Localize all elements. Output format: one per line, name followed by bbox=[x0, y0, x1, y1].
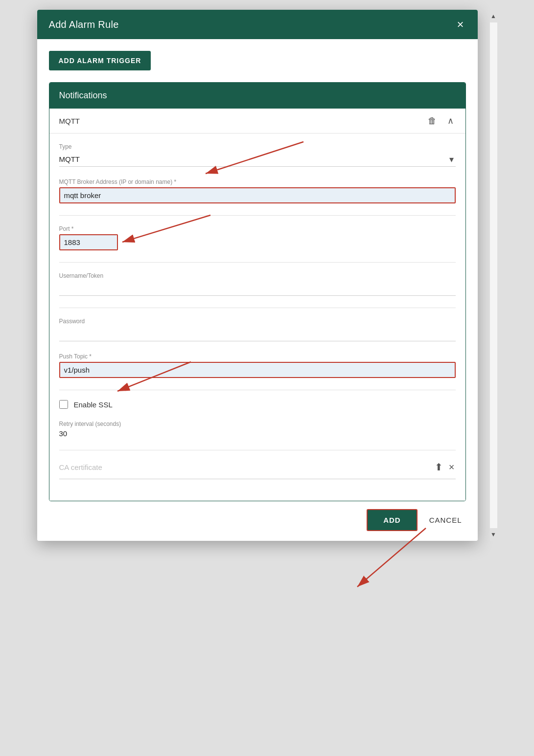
username-group: Username/Token bbox=[59, 272, 456, 296]
ca-actions: ⬆ × bbox=[434, 460, 456, 474]
retry-value: 30 bbox=[59, 429, 68, 438]
close-small-icon: × bbox=[449, 462, 455, 472]
cancel-button[interactable]: CANCEL bbox=[425, 510, 466, 530]
scroll-up-button[interactable]: ▲ bbox=[490, 10, 497, 22]
password-input[interactable] bbox=[59, 327, 456, 341]
modal-footer: ADD CANCEL bbox=[37, 501, 478, 541]
broker-label: MQTT Broker Address (IP or domain name) bbox=[59, 178, 456, 185]
upload-icon: ⬆ bbox=[435, 462, 443, 472]
port-input[interactable] bbox=[59, 234, 118, 250]
add-alarm-trigger-button[interactable]: ADD ALARM TRIGGER bbox=[49, 51, 151, 70]
username-label: Username/Token bbox=[59, 272, 456, 279]
modal-close-button[interactable]: × bbox=[455, 19, 465, 30]
chevron-up-icon: ∧ bbox=[447, 116, 454, 126]
username-input[interactable] bbox=[59, 281, 456, 296]
collapse-mqtt-button[interactable]: ∧ bbox=[445, 115, 456, 126]
modal-body: ADD ALARM TRIGGER Notifications MQTT 🗑 ∧ bbox=[37, 39, 478, 501]
form-section: Type MQTT ▾ MQTT Broker Address (IP or d… bbox=[49, 133, 465, 501]
delete-mqtt-button[interactable]: 🗑 bbox=[426, 115, 439, 126]
type-label: Type bbox=[59, 143, 456, 150]
type-group: Type MQTT ▾ bbox=[59, 143, 456, 167]
scroll-down-button[interactable]: ▼ bbox=[490, 528, 497, 541]
notifications-header: Notifications bbox=[49, 83, 465, 109]
type-select-wrapper: MQTT ▾ bbox=[59, 152, 456, 167]
port-label: Port bbox=[59, 225, 456, 232]
upload-ca-button[interactable]: ⬆ bbox=[434, 460, 444, 474]
password-group: Password bbox=[59, 318, 456, 341]
ca-certificate-group: CA certificate ⬆ × bbox=[59, 460, 456, 479]
trash-icon: 🗑 bbox=[428, 116, 437, 126]
broker-address-group: MQTT Broker Address (IP or domain name) bbox=[59, 178, 456, 203]
modal-header: Add Alarm Rule × bbox=[37, 10, 478, 39]
push-topic-group: Push Topic bbox=[59, 353, 456, 378]
broker-address-input[interactable] bbox=[59, 187, 456, 203]
ca-label: CA certificate bbox=[59, 463, 102, 471]
mqtt-actions: 🗑 ∧ bbox=[426, 115, 456, 126]
password-label: Password bbox=[59, 318, 456, 325]
add-button[interactable]: ADD bbox=[367, 509, 418, 531]
mqtt-label: MQTT bbox=[59, 117, 80, 125]
enable-ssl-label: Enable SSL bbox=[74, 400, 113, 409]
push-topic-label: Push Topic bbox=[59, 353, 456, 360]
retry-label: Retry interval (seconds) bbox=[59, 421, 456, 427]
type-select[interactable]: MQTT bbox=[59, 152, 456, 167]
retry-group: Retry interval (seconds) 30 bbox=[59, 421, 456, 438]
scrollbar[interactable]: ▲ ▼ bbox=[489, 10, 497, 541]
mqtt-row: MQTT 🗑 ∧ bbox=[49, 109, 465, 133]
modal-title: Add Alarm Rule bbox=[49, 19, 119, 30]
clear-ca-button[interactable]: × bbox=[448, 461, 456, 474]
enable-ssl-checkbox[interactable] bbox=[59, 400, 68, 409]
notifications-section: Notifications MQTT 🗑 ∧ bbox=[49, 82, 466, 501]
enable-ssl-row: Enable SSL bbox=[59, 400, 456, 409]
push-topic-input[interactable] bbox=[59, 362, 456, 378]
port-group: Port bbox=[59, 225, 456, 250]
